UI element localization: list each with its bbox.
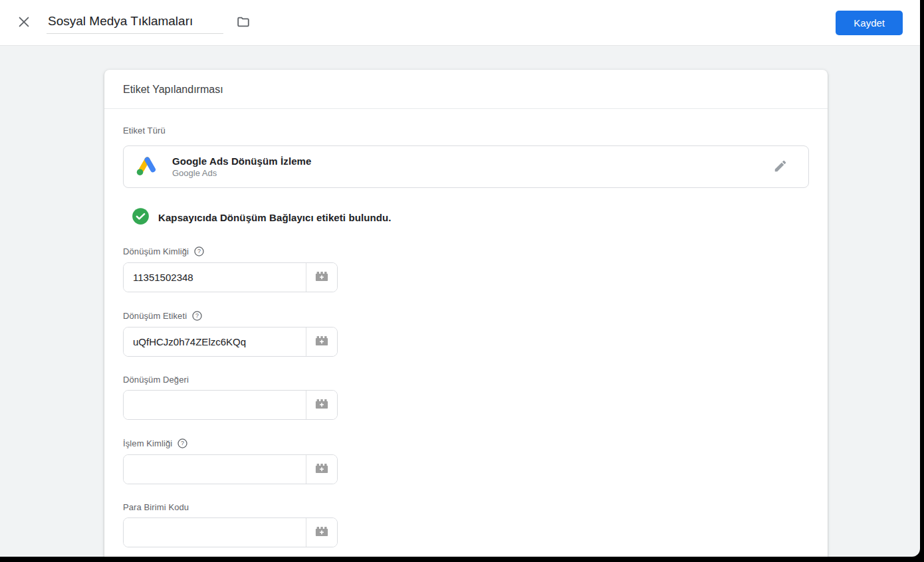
input-group <box>123 517 338 547</box>
brick-plus-icon <box>313 523 330 542</box>
tag-name-input[interactable] <box>47 11 223 34</box>
transaction-id-input[interactable] <box>124 455 306 484</box>
svg-text:?: ? <box>197 248 201 254</box>
tag-type-vendor: Google Ads <box>172 168 311 178</box>
field-label-row: Para Birimi Kodu <box>123 502 809 512</box>
conversion-linker-notice: Kapsayıcıda Dönüşüm Bağlayıcı etiketi bu… <box>132 207 809 228</box>
topbar: Kaydet <box>0 0 920 46</box>
tag-type-text: Google Ads Dönüşüm İzleme Google Ads <box>172 155 311 178</box>
folder-icon <box>236 15 251 31</box>
tag-type-label: Etiket Türü <box>123 126 809 136</box>
screenshot-frame: Kaydet Etiket Yapılandırması Etiket Türü <box>0 0 924 562</box>
field-label: Dönüşüm Etiketi <box>123 311 187 321</box>
field-label: Dönüşüm Değeri <box>123 375 189 385</box>
card-title: Etiket Yapılandırması <box>104 70 828 109</box>
close-icon <box>17 15 31 31</box>
field-label: İşlem Kimliği <box>123 438 172 448</box>
brick-plus-icon <box>313 332 330 351</box>
variable-picker-button[interactable] <box>306 391 337 419</box>
input-group <box>123 327 338 357</box>
close-button[interactable] <box>11 9 37 36</box>
field-conversion-value: Dönüşüm Değeri <box>123 375 809 420</box>
tag-title-wrap <box>47 11 223 34</box>
tag-configuration-card: Etiket Yapılandırması Etiket Türü <box>104 70 828 557</box>
conversion-label-input[interactable] <box>124 328 306 356</box>
variable-picker-button[interactable] <box>306 455 337 484</box>
google-ads-icon <box>135 153 160 181</box>
field-label-row: Dönüşüm Değeri <box>123 375 809 385</box>
check-circle-icon <box>132 207 150 228</box>
content-area: Etiket Yapılandırması Etiket Türü <box>0 46 920 557</box>
folder-button[interactable] <box>230 9 257 36</box>
field-conversion-label: Dönüşüm Etiketi ? <box>123 310 809 357</box>
tag-type-name: Google Ads Dönüşüm İzleme <box>172 155 311 167</box>
field-label: Dönüşüm Kimliği <box>123 246 189 256</box>
brick-plus-icon <box>313 460 330 479</box>
currency-code-input[interactable] <box>124 518 306 547</box>
tag-type-label-text: Etiket Türü <box>123 126 166 136</box>
input-group <box>123 262 338 292</box>
help-icon[interactable]: ? <box>193 246 205 257</box>
pencil-icon <box>773 159 788 175</box>
notice-text: Kapsayıcıda Dönüşüm Bağlayıcı etiketi bu… <box>158 212 392 223</box>
field-label-row: Dönüşüm Etiketi ? <box>123 310 809 322</box>
field-label-row: İşlem Kimliği ? <box>123 438 809 449</box>
conversion-id-input[interactable] <box>124 263 306 292</box>
variable-picker-button[interactable] <box>306 328 337 356</box>
brick-plus-icon <box>313 395 330 415</box>
input-group <box>123 390 338 420</box>
svg-text:?: ? <box>195 312 199 319</box>
field-label: Para Birimi Kodu <box>123 502 189 512</box>
edit-tag-type-button[interactable] <box>767 153 794 180</box>
help-icon[interactable]: ? <box>191 310 203 322</box>
variable-picker-button[interactable] <box>306 518 337 547</box>
card-body: Etiket Türü Google Ads Dönüşüm İzleme <box>104 109 828 557</box>
variable-picker-button[interactable] <box>306 263 337 292</box>
conversion-value-input[interactable] <box>124 391 306 419</box>
save-button[interactable]: Kaydet <box>836 11 903 35</box>
tag-type-box[interactable]: Google Ads Dönüşüm İzleme Google Ads <box>123 145 809 188</box>
field-conversion-id: Dönüşüm Kimliği ? <box>123 246 809 292</box>
help-icon[interactable]: ? <box>177 438 188 449</box>
field-label-row: Dönüşüm Kimliği ? <box>123 246 809 257</box>
brick-plus-icon <box>313 268 330 287</box>
field-transaction-id: İşlem Kimliği ? <box>123 438 809 484</box>
input-group <box>123 454 338 484</box>
gtm-tag-editor-window: Kaydet Etiket Yapılandırması Etiket Türü <box>0 0 920 557</box>
svg-text:?: ? <box>181 440 184 446</box>
field-currency-code: Para Birimi Kodu <box>123 502 809 547</box>
